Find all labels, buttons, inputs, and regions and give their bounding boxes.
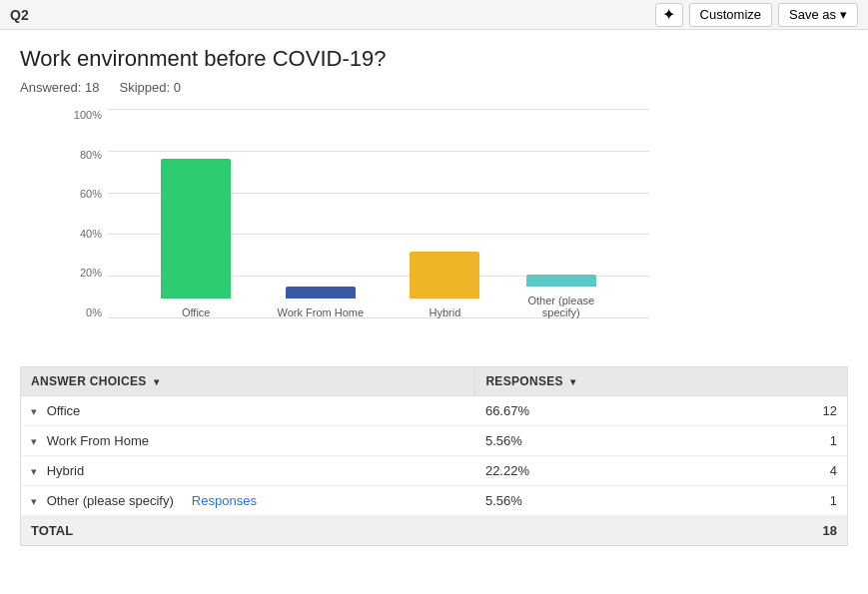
- row-office-pct: 66.67%: [475, 396, 738, 426]
- row-other-responses-link[interactable]: Responses: [192, 493, 257, 508]
- y-label-20: 20%: [70, 267, 108, 279]
- bar-office-label: Office: [182, 306, 211, 318]
- saveas-button[interactable]: Save as ▾: [778, 3, 858, 27]
- bar-hybrid-label: Hybrid: [430, 306, 461, 318]
- table-row: ▾ Work From Home 5.56% 1: [21, 426, 848, 456]
- bar-other-label: Other (please specify): [527, 295, 594, 318]
- question-id: Q2: [10, 7, 29, 23]
- skipped-stat: Skipped: 0: [120, 80, 181, 95]
- answered-stat: Answered: 18: [20, 80, 100, 95]
- row-wfh-label: Work From Home: [47, 433, 149, 448]
- bar-office: Office: [161, 159, 231, 318]
- row-office-choice: ▾ Office: [21, 396, 475, 426]
- row-hybrid-pct: 22.22%: [475, 456, 738, 486]
- star-icon-button[interactable]: ✦: [655, 3, 683, 27]
- row-hybrid-choice: ▾ Hybrid: [21, 456, 475, 486]
- y-label-40: 40%: [70, 228, 108, 240]
- table-row: ▾ Hybrid 22.22% 4: [21, 456, 848, 486]
- row-other-choice: ▾ Other (please specify) Responses: [21, 486, 475, 516]
- data-table: ANSWER CHOICES ▾ RESPONSES ▾ ▾ Office 66…: [20, 366, 848, 546]
- row-wfh-arrow[interactable]: ▾: [31, 435, 37, 447]
- row-office-label: Office: [47, 403, 81, 418]
- bar-other-rect: [526, 275, 596, 287]
- bars-area: Office Work From Home Hybrid Other (plea…: [108, 109, 649, 318]
- row-wfh-pct: 5.56%: [475, 426, 738, 456]
- bar-hybrid: Hybrid: [410, 252, 479, 318]
- table-row: ▾ Office 66.67% 12: [21, 396, 848, 426]
- row-office-count: 12: [738, 396, 848, 426]
- row-wfh-count: 1: [738, 426, 848, 456]
- bar-other: Other (please specify): [526, 275, 596, 318]
- answered-value: 18: [85, 80, 99, 95]
- row-hybrid-count: 4: [738, 456, 848, 486]
- total-count: 18: [738, 516, 848, 546]
- bar-chart: 0% 20% 40% 60% 80% 100% O: [20, 109, 848, 348]
- page-header: Q2 ✦ Customize Save as ▾: [0, 0, 868, 30]
- row-other-arrow[interactable]: ▾: [31, 495, 37, 507]
- main-content: Work environment before COVID-19? Answer…: [0, 30, 868, 556]
- row-other-label: Other (please specify): [47, 493, 174, 508]
- y-label-80: 80%: [70, 149, 108, 161]
- col1-filter-icon[interactable]: ▾: [154, 376, 159, 387]
- bar-hybrid-rect: [410, 252, 479, 298]
- total-pct: [475, 516, 738, 546]
- row-other-pct: 5.56%: [475, 486, 738, 516]
- y-axis: 0% 20% 40% 60% 80% 100%: [70, 109, 108, 318]
- row-other-count: 1: [738, 486, 848, 516]
- y-label-100: 100%: [70, 109, 108, 121]
- total-label: TOTAL: [21, 516, 475, 546]
- col2-filter-icon[interactable]: ▾: [570, 376, 575, 387]
- row-wfh-choice: ▾ Work From Home: [21, 426, 475, 456]
- table-row: ▾ Other (please specify) Responses 5.56%…: [21, 486, 848, 516]
- bar-wfh-label: Work From Home: [278, 306, 365, 318]
- col-answer-choices-header: ANSWER CHOICES ▾: [21, 367, 475, 396]
- table-total-row: TOTAL 18: [21, 516, 848, 546]
- header-actions: ✦ Customize Save as ▾: [655, 3, 858, 27]
- bar-office-rect: [161, 159, 231, 298]
- y-label-0: 0%: [70, 306, 108, 318]
- row-hybrid-label: Hybrid: [47, 463, 85, 478]
- col-responses-header: RESPONSES ▾: [475, 367, 848, 396]
- saveas-dropdown-arrow: ▾: [840, 7, 847, 22]
- survey-stats: Answered: 18 Skipped: 0: [20, 80, 848, 95]
- question-title: Work environment before COVID-19?: [20, 46, 848, 72]
- skipped-value: 0: [174, 80, 181, 95]
- customize-button[interactable]: Customize: [689, 3, 772, 27]
- y-label-60: 60%: [70, 188, 108, 200]
- row-office-arrow[interactable]: ▾: [31, 405, 37, 417]
- bar-wfh: Work From Home: [278, 287, 365, 318]
- row-hybrid-arrow[interactable]: ▾: [31, 465, 37, 477]
- bar-wfh-rect: [286, 287, 356, 298]
